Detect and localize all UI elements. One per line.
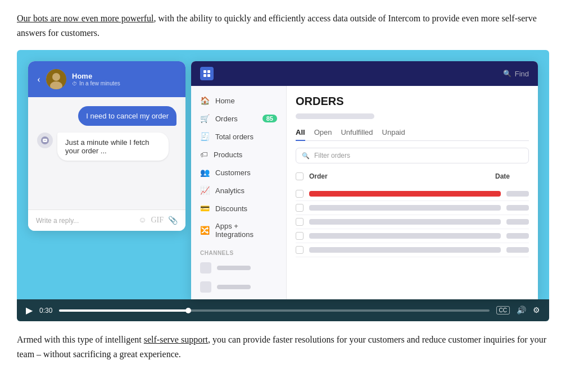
col-order-header: Order: [309, 172, 490, 180]
discounts-icon: 💳: [200, 204, 210, 213]
tab-open[interactable]: Open: [314, 128, 332, 140]
apps-icon: 🔀: [200, 226, 210, 235]
tab-all[interactable]: All: [296, 128, 305, 141]
emoji-icon[interactable]: ☺: [138, 216, 146, 225]
sidebar-item-products[interactable]: 🏷 Products: [191, 145, 286, 163]
customers-icon: 👥: [200, 168, 210, 177]
self-serve-link[interactable]: self-serve support: [144, 335, 208, 344]
row-checkbox[interactable]: [296, 218, 304, 226]
order-date-bar: [506, 247, 529, 253]
search-icon: 🔍: [503, 70, 511, 78]
col-date-header: Date: [495, 172, 529, 180]
orders-title: ORDERS: [296, 95, 529, 108]
sidebar-item-apps[interactable]: 🔀 Apps + Integrations: [191, 217, 286, 243]
row-checkbox[interactable]: [296, 232, 304, 240]
channel-icon-2: [200, 281, 211, 293]
play-button[interactable]: ▶: [26, 305, 33, 316]
svg-rect-5: [44, 140, 45, 141]
sidebar-item-label: Home: [215, 97, 235, 105]
cc-button[interactable]: CC: [496, 306, 510, 314]
channel-icon-1: [200, 262, 211, 274]
order-bar-gray: [309, 205, 501, 211]
tab-unfulfilled[interactable]: Unfulfilled: [341, 128, 373, 140]
home-icon: 🏠: [200, 96, 210, 105]
sidebar-item-label: Customers: [215, 168, 251, 177]
progress-handle[interactable]: [185, 308, 191, 313]
sidebar-item-label: Total orders: [215, 133, 253, 141]
admin-sidebar: 🏠 Home 🛒 Orders 85 🧾 Total orders 🏷: [191, 86, 287, 299]
table-row: [296, 229, 529, 243]
progress-bar[interactable]: [59, 309, 489, 312]
chat-messages: I need to cancel my order Just a minute …: [28, 97, 185, 209]
settings-button[interactable]: ⚙: [533, 306, 540, 315]
select-all-checkbox[interactable]: [296, 172, 304, 180]
table-row: [296, 243, 529, 257]
channels-section-label: CHANNELS: [191, 243, 286, 258]
chat-input-placeholder: Write a reply...: [36, 217, 79, 225]
row-checkbox[interactable]: [296, 190, 304, 198]
orders-badge: 85: [262, 115, 277, 122]
chat-back-button[interactable]: ‹: [37, 74, 40, 85]
sidebar-item-home[interactable]: 🏠 Home: [191, 92, 286, 110]
sidebar-item-analytics[interactable]: 📈 Analytics: [191, 181, 286, 199]
orders-tabs: All Open Unfulfilled Unpaid: [296, 128, 529, 141]
video-controls: ▶ 0:30 CC 🔊 ⚙: [17, 299, 549, 321]
gif-icon[interactable]: GIF: [151, 216, 164, 225]
order-date-bar: [506, 233, 529, 239]
video-content: ‹ Home In a few minutes I nee: [17, 50, 549, 299]
volume-button[interactable]: 🔊: [517, 306, 526, 315]
table-row: [296, 201, 529, 215]
filter-bar[interactable]: 🔍 Filter orders: [296, 148, 529, 163]
filter-search-icon: 🔍: [302, 152, 310, 159]
products-icon: 🏷: [200, 150, 208, 159]
order-bar-gray: [309, 233, 501, 239]
avatar: [46, 69, 66, 89]
intro-link[interactable]: Our bots are now even more powerful: [17, 13, 153, 23]
svg-rect-9: [203, 74, 206, 77]
admin-body: 🏠 Home 🛒 Orders 85 🧾 Total orders 🏷: [191, 86, 538, 299]
order-date-bar: [506, 205, 529, 211]
order-date-bar: [506, 191, 529, 197]
sidebar-item-discounts[interactable]: 💳 Discounts: [191, 199, 286, 217]
progress-fill: [59, 309, 188, 312]
admin-main: ORDERS All Open Unfulfilled Unpaid 🔍 Fil…: [287, 86, 538, 299]
orders-summary-bar: [296, 113, 374, 119]
sidebar-item-label: Orders: [215, 115, 238, 123]
channel-item-2[interactable]: [191, 277, 286, 297]
chat-panel: ‹ Home In a few minutes I nee: [28, 61, 185, 231]
chat-header: ‹ Home In a few minutes: [28, 61, 185, 97]
bottom-text-before: Armed with this type of intelligent: [17, 335, 144, 344]
sidebar-item-label: Discounts: [215, 204, 247, 213]
order-bar-gray: [309, 247, 501, 253]
total-orders-icon: 🧾: [200, 132, 210, 141]
admin-topbar: 🔍 Find: [191, 61, 538, 86]
sidebar-item-label: Apps + Integrations: [215, 222, 277, 239]
channel-item-1[interactable]: [191, 258, 286, 277]
chat-status: In a few minutes: [72, 80, 176, 86]
svg-rect-10: [207, 74, 210, 77]
tab-unpaid[interactable]: Unpaid: [382, 128, 405, 140]
bot-message-text: Just a minute while I fetch your order .…: [57, 133, 169, 161]
orders-icon: 🛒: [200, 114, 210, 123]
admin-panel: 🔍 Find 🏠 Home 🛒 Orders 85: [191, 61, 538, 299]
sidebar-item-customers[interactable]: 👥 Customers: [191, 163, 286, 181]
filter-placeholder: Filter orders: [314, 152, 350, 159]
row-checkbox[interactable]: [296, 246, 304, 254]
bottom-paragraph: Armed with this type of intelligent self…: [17, 332, 549, 361]
attach-icon[interactable]: 📎: [168, 216, 178, 225]
sidebar-item-total-orders[interactable]: 🧾 Total orders: [191, 127, 286, 145]
admin-search[interactable]: 🔍 Find: [503, 70, 529, 78]
bot-message: Just a minute while I fetch your order .…: [37, 133, 176, 161]
sidebar-item-orders[interactable]: 🛒 Orders 85: [191, 110, 286, 127]
search-label: Find: [515, 70, 529, 78]
chat-input-area[interactable]: Write a reply... ☺ GIF 📎: [28, 209, 185, 231]
admin-logo-icon: [200, 67, 214, 80]
channel-label-1: [217, 266, 251, 270]
user-message: I need to cancel my order: [78, 106, 176, 126]
row-checkbox[interactable]: [296, 204, 304, 212]
svg-rect-7: [203, 70, 206, 73]
orders-table-header: Order Date: [296, 170, 529, 183]
analytics-icon: 📈: [200, 186, 210, 195]
table-row: [296, 187, 529, 201]
avatar-image: [46, 69, 66, 89]
